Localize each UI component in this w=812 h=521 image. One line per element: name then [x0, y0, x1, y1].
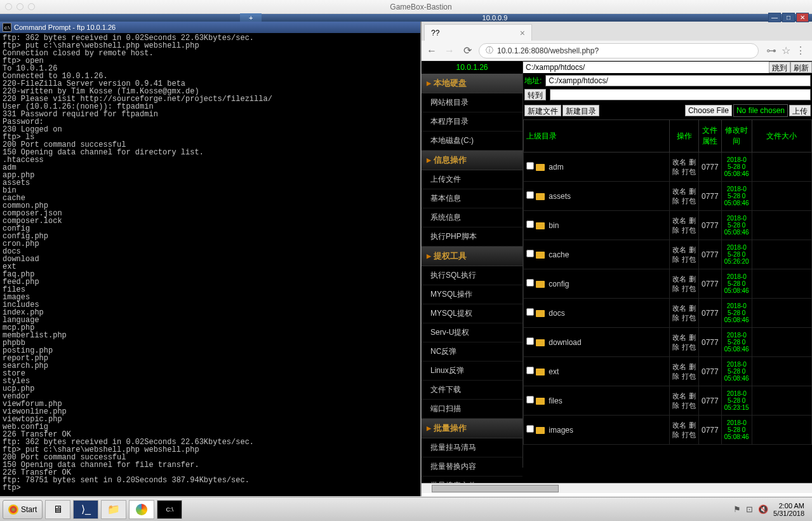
sidebar-item[interactable]: 上传文件	[422, 170, 522, 189]
row-attr: 0777	[699, 328, 722, 357]
file-name: ext	[549, 367, 559, 376]
th-name[interactable]: 上级目录	[524, 120, 670, 152]
row-actions[interactable]: 改名 删除 打包	[670, 357, 699, 386]
vm-maximize-button[interactable]: □	[782, 13, 795, 22]
scroll-thumb[interactable]	[432, 485, 559, 492]
path-input[interactable]	[523, 62, 769, 73]
horizontal-scrollbar[interactable]	[422, 483, 812, 493]
sidebar-item[interactable]: Serv-U提权	[422, 323, 522, 342]
refresh-button[interactable]: 刷新	[790, 62, 812, 73]
addr-input[interactable]	[545, 75, 811, 86]
table-row[interactable]: docs改名 删除 打包07772018-05-28 005:08:46	[524, 299, 812, 328]
tab-close-icon[interactable]: ×	[520, 28, 525, 38]
sidebar-item[interactable]: MYSQL操作	[422, 285, 522, 304]
sidebar-section-header[interactable]: 批量操作	[422, 419, 522, 438]
webshell-ip: 10.0.1.26	[422, 61, 523, 74]
sidebar-section-header[interactable]: 信息操作	[422, 151, 522, 170]
table-row[interactable]: ext改名 删除 打包07772018-05-28 005:08:46	[524, 357, 812, 386]
row-checkbox[interactable]	[526, 425, 534, 433]
row-actions[interactable]: 改名 删除 打包	[670, 211, 699, 240]
row-checkbox[interactable]	[526, 337, 534, 345]
sidebar-section-header[interactable]: 本地硬盘	[422, 74, 522, 93]
mac-minimize-button[interactable]	[17, 3, 23, 10]
vm-close-button[interactable]: ✕	[796, 13, 809, 22]
sidebar-item[interactable]: 执行SQL执行	[422, 266, 522, 285]
star-icon[interactable]: ☆	[782, 44, 790, 57]
row-actions[interactable]: 改名 删除 打包	[670, 328, 699, 357]
sidebar-item[interactable]: 批量挂马清马	[422, 438, 522, 457]
mac-zoom-button[interactable]	[28, 3, 35, 10]
taskbar-cmd[interactable]: C:\	[157, 500, 182, 519]
vm-title: 10.0.0.9	[178, 14, 812, 22]
goto-button[interactable]: 跳到	[769, 62, 790, 73]
sidebar-item[interactable]: 批量替换内容	[422, 457, 522, 477]
newdir-button[interactable]: 新建目录	[562, 105, 599, 116]
row-actions[interactable]: 改名 删除 打包	[670, 416, 699, 445]
nav-reload-button[interactable]: ⟳	[461, 44, 474, 57]
sidebar-item[interactable]: 端口扫描	[422, 400, 522, 419]
table-row[interactable]: images改名 删除 打包07772018-05-28 005:08:46	[524, 416, 812, 445]
taskbar-server-manager[interactable]: 🖥	[45, 500, 70, 519]
cmd-output[interactable]: ftp: 362 bytes received in 0.02Seconds 2…	[0, 33, 420, 494]
tab-title: ??	[431, 29, 439, 37]
sidebar-item[interactable]: 系统信息	[422, 208, 522, 227]
row-checkbox[interactable]	[526, 162, 534, 170]
tray-flag-icon[interactable]: ⚑	[733, 504, 741, 514]
newfile-button[interactable]: 新建文件	[524, 105, 561, 116]
mac-window-title: GameBox-Bastion	[35, 3, 807, 11]
table-row[interactable]: cache改名 删除 打包07772018-05-28 005:26:20	[524, 240, 812, 269]
table-row[interactable]: download改名 删除 打包07772018-05-28 005:08:46	[524, 328, 812, 357]
sidebar-item[interactable]: 文件下载	[422, 381, 522, 400]
sidebar-item[interactable]: Linux反弹	[422, 362, 522, 381]
row-checkbox[interactable]	[526, 396, 534, 403]
tray-network-icon[interactable]: ⊡	[746, 504, 753, 514]
menu-icon[interactable]: ⋮	[795, 44, 806, 57]
sidebar-item[interactable]: 基本信息	[422, 189, 522, 208]
sidebar-item[interactable]: MYSQL提权	[422, 304, 522, 323]
sidebar-item[interactable]: 执行PHP脚本	[422, 227, 522, 247]
browser-tab[interactable]: ?? ×	[424, 24, 532, 41]
nav-back-button[interactable]: ←	[425, 44, 438, 57]
sidebar-item[interactable]: NC反弹	[422, 342, 522, 362]
row-actions[interactable]: 改名 删除 打包	[670, 386, 699, 416]
file-name: images	[549, 426, 573, 435]
row-checkbox[interactable]	[526, 250, 534, 257]
row-actions[interactable]: 改名 删除 打包	[670, 299, 699, 328]
tray-sound-icon[interactable]: 🔇	[758, 504, 768, 514]
sidebar-section-header[interactable]: 提权工具	[422, 247, 522, 266]
row-attr: 0777	[699, 152, 722, 182]
table-row[interactable]: bin改名 删除 打包07772018-05-28 005:08:46	[524, 211, 812, 240]
goto2-button[interactable]: 转到	[524, 89, 546, 100]
sidebar-item[interactable]: 本地磁盘(C:)	[422, 132, 522, 151]
table-row[interactable]: config改名 删除 打包07772018-05-28 005:08:46	[524, 269, 812, 299]
nav-forward-button[interactable]: →	[443, 44, 456, 57]
row-checkbox[interactable]	[526, 191, 534, 199]
mac-close-button[interactable]	[5, 3, 12, 10]
row-checkbox[interactable]	[526, 367, 534, 374]
key-icon[interactable]: ⊶	[766, 44, 776, 57]
goto-input[interactable]	[550, 89, 811, 100]
vm-minimize-button[interactable]: —	[768, 13, 781, 22]
row-actions[interactable]: 改名 删除 打包	[670, 269, 699, 299]
table-row[interactable]: adm改名 删除 打包07772018-05-28 005:08:46	[524, 152, 812, 182]
vm-tab[interactable]: +	[240, 13, 262, 22]
table-row[interactable]: assets改名 删除 打包07772018-05-28 005:08:46	[524, 182, 812, 211]
sidebar-item[interactable]: 网站根目录	[422, 93, 522, 112]
row-checkbox[interactable]	[526, 279, 534, 287]
upload-button[interactable]: 上传	[789, 105, 811, 116]
tray-clock[interactable]: 2:00 AM 5/31/2018	[773, 502, 804, 517]
taskbar-powershell[interactable]: ⟩_	[73, 500, 98, 519]
row-actions[interactable]: 改名 删除 打包	[670, 240, 699, 269]
sidebar-item[interactable]: 本程序目录	[422, 112, 522, 132]
row-checkbox[interactable]	[526, 308, 534, 316]
row-actions[interactable]: 改名 删除 打包	[670, 182, 699, 211]
cmd-titlebar[interactable]: c:\ Command Prompt - ftp 10.0.1.26	[0, 22, 420, 33]
taskbar-explorer[interactable]: 📁	[101, 500, 126, 519]
start-button[interactable]: Start	[3, 500, 43, 519]
table-row[interactable]: files改名 删除 打包07772018-05-28 005:23:15	[524, 386, 812, 416]
row-actions[interactable]: 改名 删除 打包	[670, 152, 699, 182]
taskbar-chrome[interactable]	[129, 500, 154, 519]
choosefile-button[interactable]: Choose File	[685, 105, 732, 116]
row-checkbox[interactable]	[526, 220, 534, 228]
address-bar[interactable]: ⓘ 10.0.1.26:8080/webshell.php?	[479, 43, 759, 58]
